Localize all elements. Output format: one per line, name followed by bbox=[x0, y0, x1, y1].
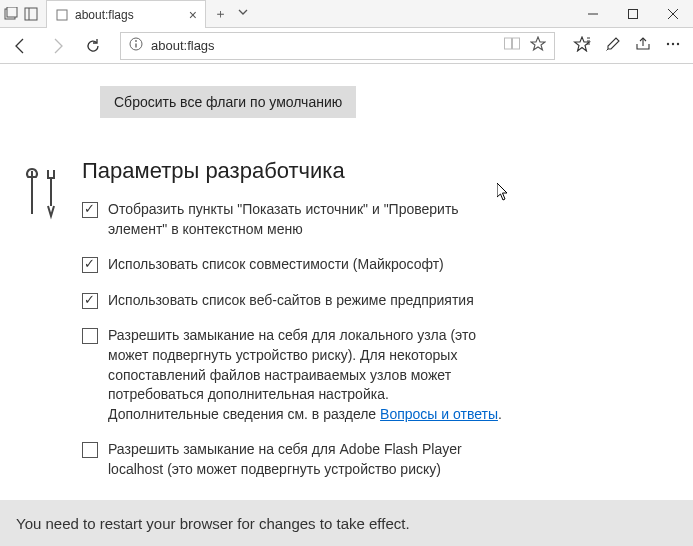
app-icon bbox=[4, 7, 18, 21]
notes-icon[interactable] bbox=[605, 36, 621, 55]
toolbar: about:flags bbox=[0, 28, 693, 64]
svg-rect-4 bbox=[57, 10, 67, 20]
option-label: Использовать список совместимости (Майкр… bbox=[108, 255, 444, 275]
svg-rect-13 bbox=[513, 38, 520, 49]
back-button[interactable] bbox=[6, 31, 36, 61]
checkbox[interactable] bbox=[82, 293, 98, 309]
svg-marker-14 bbox=[531, 37, 545, 50]
tab-title: about:flags bbox=[75, 8, 183, 22]
section-title: Параметры разработчика bbox=[82, 158, 502, 184]
minimize-button[interactable] bbox=[573, 0, 613, 28]
browser-tab[interactable]: about:flags × bbox=[46, 0, 206, 28]
svg-rect-1 bbox=[7, 7, 17, 17]
flag-option: Использовать список веб-сайтов в режиме … bbox=[82, 291, 502, 311]
favorites-hub-icon[interactable] bbox=[573, 36, 591, 55]
sidebar-icon[interactable] bbox=[24, 7, 38, 21]
close-tab-icon[interactable]: × bbox=[189, 7, 197, 23]
forward-button[interactable] bbox=[42, 31, 72, 61]
flag-option: Отобразить пункты "Показать источник" и … bbox=[82, 200, 502, 239]
favorite-star-icon[interactable] bbox=[530, 36, 546, 55]
reset-flags-button[interactable]: Сбросить все флаги по умолчанию bbox=[100, 86, 356, 118]
svg-rect-6 bbox=[629, 9, 638, 18]
svg-rect-12 bbox=[505, 38, 512, 49]
checkbox[interactable] bbox=[82, 442, 98, 458]
tools-icon bbox=[20, 158, 64, 225]
svg-point-11 bbox=[135, 40, 137, 42]
option-label: Разрешить замыкание на себя для локально… bbox=[108, 326, 502, 424]
svg-point-23 bbox=[677, 43, 679, 45]
page-icon bbox=[55, 8, 69, 22]
flag-option: Разрешить замыкание на себя для локально… bbox=[82, 326, 502, 424]
titlebar: about:flags × ＋ bbox=[0, 0, 693, 28]
faq-link[interactable]: Вопросы и ответы bbox=[380, 406, 498, 422]
option-label: Использовать список веб-сайтов в режиме … bbox=[108, 291, 474, 311]
option-label: Разрешить замыкание на себя для Adobe Fl… bbox=[108, 440, 502, 479]
flag-option: Использовать список совместимости (Майкр… bbox=[82, 255, 502, 275]
tab-actions: ＋ bbox=[206, 0, 257, 27]
restart-notice-bar: You need to restart your browser for cha… bbox=[0, 500, 693, 546]
checkbox[interactable] bbox=[82, 202, 98, 218]
close-window-button[interactable] bbox=[653, 0, 693, 28]
new-tab-icon[interactable]: ＋ bbox=[214, 5, 227, 23]
address-url[interactable]: about:flags bbox=[151, 38, 496, 53]
more-icon[interactable] bbox=[665, 36, 681, 55]
flag-option: Разрешить замыкание на себя для Adobe Fl… bbox=[82, 440, 502, 479]
site-info-icon[interactable] bbox=[129, 37, 143, 54]
svg-line-19 bbox=[607, 49, 609, 51]
developer-settings-section: Параметры разработчика Отобразить пункты… bbox=[20, 158, 673, 496]
window-controls bbox=[573, 0, 693, 27]
svg-point-21 bbox=[667, 43, 669, 45]
restart-message: You need to restart your browser for cha… bbox=[16, 515, 410, 532]
refresh-button[interactable] bbox=[78, 31, 108, 61]
maximize-button[interactable] bbox=[613, 0, 653, 28]
address-bar[interactable]: about:flags bbox=[120, 32, 555, 60]
svg-rect-2 bbox=[25, 8, 37, 20]
svg-point-22 bbox=[672, 43, 674, 45]
checkbox[interactable] bbox=[82, 328, 98, 344]
page-content: Сбросить все флаги по умолчанию Параметр… bbox=[0, 64, 693, 500]
titlebar-left bbox=[0, 0, 42, 27]
share-icon[interactable] bbox=[635, 36, 651, 55]
chevron-down-icon[interactable] bbox=[237, 6, 249, 21]
reading-view-icon[interactable] bbox=[504, 37, 520, 54]
checkbox[interactable] bbox=[82, 257, 98, 273]
option-label: Отобразить пункты "Показать источник" и … bbox=[108, 200, 502, 239]
